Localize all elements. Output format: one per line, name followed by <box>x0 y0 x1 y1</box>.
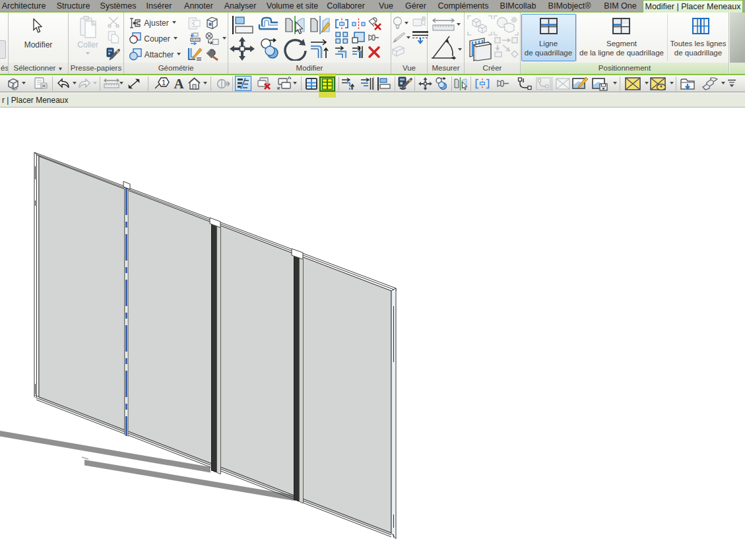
svg-text:1: 1 <box>162 78 166 86</box>
svg-text:A: A <box>174 77 184 90</box>
